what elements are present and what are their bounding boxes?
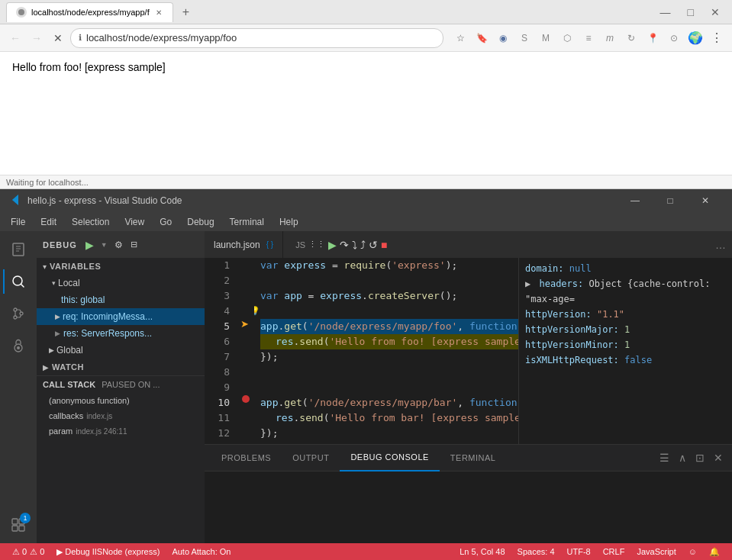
reload-button[interactable]: ✕ bbox=[49, 29, 67, 47]
code-and-debugpanel: 1 2 3 4 5 6 7 8 9 10 11 12 13 14 bbox=[205, 258, 732, 444]
headers-expand-icon[interactable]: ▶ bbox=[525, 278, 530, 289]
vscode-minimize-button[interactable]: — bbox=[618, 189, 653, 212]
tab-output[interactable]: OUTPUT bbox=[282, 445, 340, 471]
debug-stepout-icon[interactable]: ⤴ bbox=[360, 239, 366, 251]
tab-debug-console[interactable]: DEBUG CONSOLE bbox=[340, 445, 439, 471]
tab-close-button[interactable]: ✕ bbox=[154, 8, 163, 17]
activity-source-control[interactable] bbox=[3, 298, 34, 329]
menu-selection[interactable]: Selection bbox=[64, 215, 117, 229]
browser-tab[interactable]: localhost/node/express/myapp/f ✕ bbox=[6, 2, 173, 22]
panel-close-button[interactable]: ✕ bbox=[711, 450, 726, 465]
ext7-icon[interactable]: m bbox=[601, 29, 619, 47]
debug-continue-icon[interactable]: ⋮⋮ bbox=[308, 240, 325, 249]
menu-terminal[interactable]: Terminal bbox=[222, 215, 272, 229]
debug-continue-button[interactable]: ▶ bbox=[83, 237, 96, 253]
call-stack-item-1[interactable]: callbacks index.js bbox=[37, 408, 205, 423]
debug-stop-icon[interactable]: ■ bbox=[381, 239, 387, 251]
variables-section-header[interactable]: ▾ VARIABLES bbox=[37, 258, 205, 275]
minimize-browser-button[interactable]: — bbox=[654, 6, 677, 18]
menu-file[interactable]: File bbox=[3, 215, 33, 229]
status-right-items: Ln 5, Col 48 Spaces: 4 UTF-8 CRLF JavaSc… bbox=[453, 543, 726, 560]
status-bar: ⚠ 0 ⚠ 0 ▶ Debug IISNode (express) Auto A… bbox=[0, 543, 732, 560]
panel-filter-button[interactable]: ☰ bbox=[656, 450, 672, 465]
status-debug-button[interactable]: ▶ Debug IISNode (express) bbox=[50, 543, 166, 560]
vscode-maximize-button[interactable]: □ bbox=[653, 189, 688, 212]
ext9-icon[interactable]: 📍 bbox=[643, 29, 662, 47]
vscode-title: hello.js - express - Visual Studio Code bbox=[27, 195, 618, 206]
tab-problems[interactable]: PROBLEMS bbox=[211, 445, 282, 471]
address-bar[interactable]: ℹ localhost/node/express/myapp/foo bbox=[70, 28, 443, 48]
ext8-icon[interactable]: ↻ bbox=[622, 29, 640, 47]
editor-more-actions[interactable]: … bbox=[709, 239, 732, 251]
launch-json-tab[interactable]: launch.json { } bbox=[205, 231, 283, 258]
code-line-12: }); bbox=[260, 426, 518, 441]
this-variable[interactable]: this: global bbox=[37, 291, 205, 308]
status-errors[interactable]: ⚠ 0 ⚠ 0 bbox=[6, 543, 50, 560]
code-editor[interactable]: 1 2 3 4 5 6 7 8 9 10 11 12 13 14 bbox=[205, 258, 518, 444]
status-encoding[interactable]: UTF-8 bbox=[561, 543, 597, 560]
menu-view[interactable]: View bbox=[117, 215, 152, 229]
global-group[interactable]: ▶ Global bbox=[37, 342, 205, 359]
line-numbers: 1 2 3 4 5 6 7 8 9 10 11 12 13 14 bbox=[205, 258, 239, 444]
browser-content: Hello from foo! [express sample] bbox=[0, 52, 732, 175]
activity-search[interactable] bbox=[3, 266, 34, 297]
ext1-icon[interactable]: 🔖 bbox=[472, 29, 491, 47]
vscode-close-button[interactable]: ✕ bbox=[688, 189, 723, 212]
menu-debug[interactable]: Debug bbox=[179, 215, 221, 229]
debug-play-icon[interactable]: ▶ bbox=[328, 239, 337, 251]
back-button[interactable]: ← bbox=[6, 29, 24, 47]
panel-content bbox=[205, 471, 732, 543]
menu-help[interactable]: Help bbox=[272, 215, 306, 229]
local-arrow-icon: ▾ bbox=[52, 279, 56, 287]
watch-section-header[interactable]: ▶ WATCH bbox=[37, 359, 205, 375]
status-language[interactable]: JavaScript bbox=[630, 543, 682, 560]
panel-up-button[interactable]: ∧ bbox=[676, 450, 689, 465]
debug-stepin-icon[interactable]: ⤵ bbox=[352, 239, 357, 251]
debug-toolbar: DEBUG ▶ ▼ ⚙ ⊟ bbox=[37, 231, 205, 258]
status-position[interactable]: Ln 5, Col 48 bbox=[453, 543, 511, 560]
res-variable[interactable]: ▶ res: ServerRespons... bbox=[37, 325, 205, 342]
breakpoint-dot[interactable] bbox=[242, 395, 250, 403]
activity-debug[interactable] bbox=[3, 330, 34, 361]
local-label: Local bbox=[58, 278, 80, 288]
menu-go[interactable]: Go bbox=[152, 215, 179, 229]
code-content[interactable]: var express = require('express'); var ap… bbox=[254, 258, 518, 444]
ext3-icon[interactable]: S bbox=[515, 29, 534, 47]
variables-section: ▾ VARIABLES ▾ Local this: global ▶ req: … bbox=[37, 258, 205, 359]
status-spaces[interactable]: Spaces: 4 bbox=[511, 543, 561, 560]
call-stack-section: CALL STACK PAUSED ON ... (anonymous func… bbox=[37, 375, 205, 439]
req-variable[interactable]: ▶ req: IncomingMessa... bbox=[37, 308, 205, 325]
ext2-icon[interactable]: ◉ bbox=[494, 29, 512, 47]
forward-button[interactable]: → bbox=[27, 29, 46, 47]
debug-toolbar-js-icon[interactable]: JS bbox=[295, 240, 305, 249]
menu-edit[interactable]: Edit bbox=[33, 215, 64, 229]
maximize-browser-button[interactable]: □ bbox=[682, 6, 700, 18]
status-eol[interactable]: CRLF bbox=[597, 543, 631, 560]
status-notification-icon[interactable]: 🔔 bbox=[703, 543, 726, 560]
status-auto-attach[interactable]: Auto Attach: On bbox=[166, 543, 237, 560]
activity-explorer[interactable] bbox=[3, 234, 34, 265]
ext6-icon[interactable]: ≡ bbox=[579, 29, 598, 47]
debug-stepover-icon[interactable]: ↷ bbox=[340, 239, 349, 251]
browser-menu-button[interactable]: ⋮ bbox=[708, 29, 726, 47]
star-icon[interactable]: ☆ bbox=[451, 29, 469, 47]
ext4-icon[interactable]: M bbox=[537, 29, 555, 47]
ext10-icon[interactable]: ⊙ bbox=[665, 29, 683, 47]
ext5-icon[interactable]: ⬡ bbox=[558, 29, 576, 47]
panel-split-button[interactable]: ⊡ bbox=[692, 450, 708, 465]
close-browser-button[interactable]: ✕ bbox=[705, 6, 726, 18]
tab-terminal[interactable]: TERMINAL bbox=[440, 445, 507, 471]
browser-globe-icon[interactable]: 🌍 bbox=[686, 29, 705, 47]
call-stack-item-0[interactable]: (anonymous function) bbox=[37, 393, 205, 408]
activity-extensions[interactable]: 1 bbox=[3, 510, 34, 540]
debug-restart-icon[interactable]: ↺ bbox=[369, 239, 378, 251]
debug-split-button[interactable]: ⊟ bbox=[128, 238, 140, 251]
call-stack-item-2[interactable]: param index.js 246:11 bbox=[37, 423, 205, 439]
global-label: Global bbox=[56, 345, 83, 356]
new-tab-button[interactable]: + bbox=[178, 4, 194, 21]
debug-settings-button[interactable]: ⚙ bbox=[112, 238, 125, 252]
status-smiley-icon[interactable]: ☺ bbox=[682, 543, 703, 560]
call-stack-paused-header[interactable]: CALL STACK PAUSED ON ... bbox=[37, 376, 205, 393]
bottom-panel: PROBLEMS OUTPUT DEBUG CONSOLE TERMINAL ☰… bbox=[205, 444, 732, 543]
local-group[interactable]: ▾ Local bbox=[37, 275, 205, 291]
